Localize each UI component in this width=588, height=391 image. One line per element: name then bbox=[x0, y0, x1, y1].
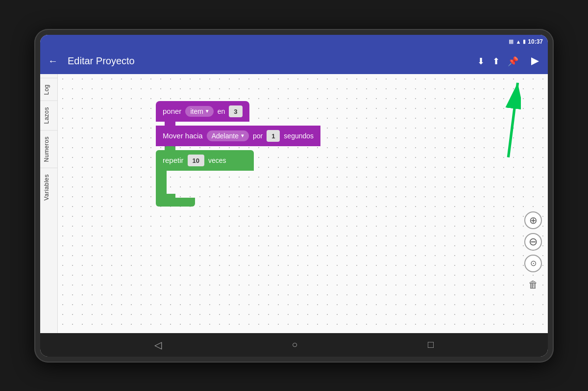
mover-block[interactable]: Mover hacia Adelante ▼ por 1 segundos bbox=[156, 126, 320, 146]
canvas-area[interactable]: poner item ▼ en 3 Move bbox=[58, 74, 548, 333]
repetir-bottom-notch bbox=[165, 194, 175, 198]
play-triangle-icon bbox=[531, 57, 539, 65]
repetir-bottom bbox=[156, 198, 195, 207]
mover-value: 1 bbox=[271, 132, 275, 140]
play-button[interactable] bbox=[526, 53, 542, 69]
pin-icon[interactable]: 📌 bbox=[508, 56, 518, 67]
app-bar: ← Editar Proyecto ⬇ ⬆ 📌 bbox=[40, 49, 548, 74]
poner-value-box[interactable]: 3 bbox=[229, 105, 242, 117]
sidebar-item-lazos[interactable]: Lazos bbox=[40, 101, 57, 130]
green-arrow bbox=[423, 77, 521, 160]
trash-icon: 🗑 bbox=[528, 279, 538, 290]
mover-por-label: por bbox=[253, 132, 263, 140]
app-title: Editar Proyecto bbox=[68, 55, 469, 67]
zoom-out-button[interactable]: ⊖ bbox=[524, 233, 542, 251]
center-icon: ⊙ bbox=[530, 259, 537, 268]
sidebar-item-numeros[interactable]: Numeros bbox=[40, 130, 57, 168]
status-time: 10:37 bbox=[528, 38, 543, 45]
wifi-icon: ▲ bbox=[515, 39, 521, 45]
app-bar-actions: ⬇ ⬆ 📌 bbox=[477, 53, 542, 69]
repetir-value-box[interactable]: 10 bbox=[188, 155, 204, 166]
sidebar-item-variables[interactable]: Variables bbox=[40, 168, 57, 207]
repetir-veces-label: veces bbox=[208, 156, 226, 164]
poner-value: 3 bbox=[234, 108, 237, 115]
repetir-label: repetir bbox=[163, 156, 184, 164]
trash-button[interactable]: 🗑 bbox=[524, 276, 542, 294]
zoom-in-button[interactable]: ⊕ bbox=[524, 211, 542, 229]
status-bar: ▦ ▲ ▮ 10:37 bbox=[40, 35, 548, 49]
nav-back-button[interactable]: ◁ bbox=[150, 335, 166, 355]
main-content: Log Lazos Numeros Variables bbox=[40, 74, 548, 333]
blocks-container: poner item ▼ en 3 Move bbox=[156, 101, 320, 207]
poner-en-label: en bbox=[218, 107, 225, 115]
status-icons: ▦ ▲ ▮ 10:37 bbox=[509, 38, 543, 45]
item-dropdown-arrow: ▼ bbox=[205, 108, 210, 114]
zoom-out-icon: ⊖ bbox=[529, 235, 538, 248]
item-dropdown[interactable]: item ▼ bbox=[185, 106, 213, 117]
repetir-inner bbox=[167, 171, 254, 198]
sidebar: Log Lazos Numeros Variables bbox=[40, 74, 58, 333]
tablet-frame: ▦ ▲ ▮ 10:37 ← Editar Proyecto ⬇ ⬆ 📌 bbox=[34, 29, 554, 363]
repetir-block[interactable]: repetir 10 veces bbox=[156, 150, 254, 207]
mover-value-box[interactable]: 1 bbox=[267, 130, 280, 142]
nav-bar: ◁ ○ □ bbox=[40, 333, 548, 357]
adelante-dropdown-text: Adelante bbox=[212, 132, 239, 140]
mover-segundos-label: segundos bbox=[284, 132, 314, 140]
mover-label: Mover hacia bbox=[163, 131, 203, 140]
canvas-controls: ⊕ ⊖ ⊙ 🗑 bbox=[524, 211, 542, 294]
signal-icon: ▦ bbox=[509, 38, 514, 45]
poner-label: poner bbox=[163, 107, 181, 115]
notch-in-repetir bbox=[165, 146, 175, 150]
notch-in-mover bbox=[165, 122, 175, 126]
upload-icon[interactable]: ⬆ bbox=[492, 56, 500, 67]
center-button[interactable]: ⊙ bbox=[524, 255, 542, 272]
battery-icon: ▮ bbox=[523, 38, 526, 45]
sidebar-item-log[interactable]: Log bbox=[40, 78, 57, 101]
repetir-value: 10 bbox=[193, 157, 199, 164]
tablet-screen: ▦ ▲ ▮ 10:37 ← Editar Proyecto ⬇ ⬆ 📌 bbox=[40, 35, 548, 357]
adelante-dropdown[interactable]: Adelante ▼ bbox=[207, 130, 249, 141]
back-button[interactable]: ← bbox=[46, 53, 60, 69]
poner-block[interactable]: poner item ▼ en 3 bbox=[156, 101, 249, 122]
svg-line-1 bbox=[508, 82, 517, 157]
nav-recents-button[interactable]: □ bbox=[424, 335, 438, 354]
nav-home-button[interactable]: ○ bbox=[288, 335, 301, 354]
item-dropdown-text: item bbox=[190, 107, 203, 115]
adelante-dropdown-arrow: ▼ bbox=[240, 133, 245, 138]
download-icon[interactable]: ⬇ bbox=[477, 56, 485, 67]
zoom-in-icon: ⊕ bbox=[529, 214, 538, 226]
